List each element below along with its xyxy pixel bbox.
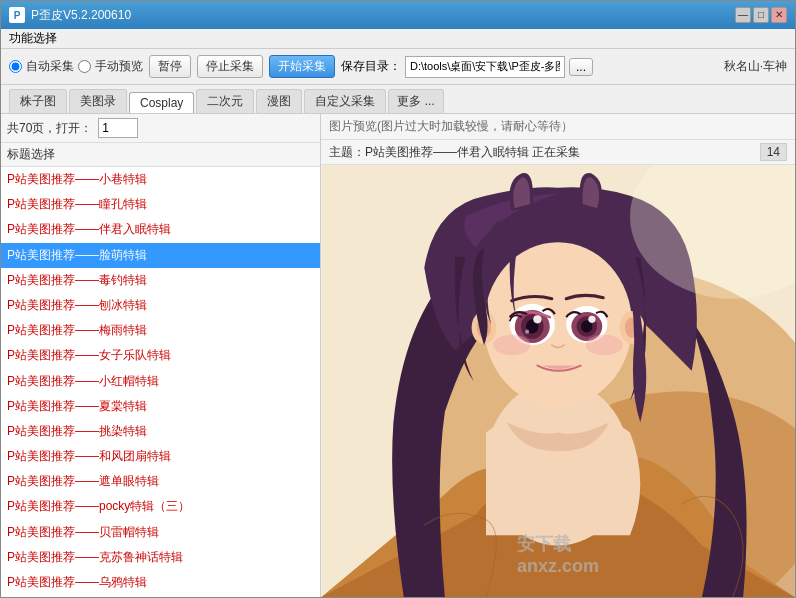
list-item[interactable]: P站美图推荐——遮单眼特辑 [1,469,320,494]
auto-capture-label: 自动采集 [26,58,74,75]
manual-preview-radio[interactable] [78,60,91,73]
main-window: P P歪皮V5.2.200610 — □ ✕ 功能选择 自动采集 手动预览 暂停… [0,0,796,598]
close-button[interactable]: ✕ [771,7,787,23]
svg-point-13 [533,315,541,323]
tab-erci[interactable]: 二次元 [196,89,254,113]
toolbar: 自动采集 手动预览 暂停 停止采集 开始采集 保存目录： ... 秋名山·车神 [1,49,795,85]
list-item[interactable]: P站美图推荐——克苏鲁神话特辑 [1,545,320,570]
app-icon: P [9,7,25,23]
list-item[interactable]: P站美图推荐——小巷特辑 [1,167,320,192]
window-title: P歪皮V5.2.200610 [31,7,131,24]
list-item[interactable]: P站美图推荐——瞳孔特辑 [1,192,320,217]
list-item[interactable]: P站美图推荐——伴君入眠特辑 [1,217,320,242]
save-dir-input[interactable] [405,56,565,78]
list-item[interactable]: P站美图推荐——梅雨特辑 [1,318,320,343]
svg-point-20 [493,335,530,356]
save-dir-group: 保存目录： ... [341,56,593,78]
list-container[interactable]: P站美图推荐——小巷特辑P站美图推荐——瞳孔特辑P站美图推荐——伴君入眠特辑P站… [1,167,320,597]
tab-bar: 株子图 美图录 Cosplay 二次元 漫图 自定义采集 更多 ... [1,85,795,114]
count-label: 共70页，打开： [7,120,92,137]
list-item[interactable]: P站美图推荐——毒钓特辑 [1,268,320,293]
save-dir-label: 保存目录： [341,58,401,75]
left-panel-toolbar: 共70页，打开： [1,114,320,143]
tag-select-bar: 标题选择 [1,143,320,167]
list-item[interactable]: P站美图推荐——小红帽特辑 [1,369,320,394]
subject-label: 主题：P站美图推荐——伴君入眠特辑 正在采集 [329,144,580,161]
svg-point-14 [525,330,529,334]
subject-count: 14 [760,143,787,161]
right-label: 秋名山·车神 [724,58,787,75]
start-capture-button[interactable]: 开始采集 [269,55,335,78]
minimize-button[interactable]: — [735,7,751,23]
tab-meitu[interactable]: 美图录 [69,89,127,113]
pause-button[interactable]: 暂停 [149,55,191,78]
window-controls: — □ ✕ [735,7,787,23]
stop-capture-button[interactable]: 停止采集 [197,55,263,78]
menu-label: 功能选择 [9,30,57,47]
tab-zhizi[interactable]: 株子图 [9,89,67,113]
list-item[interactable]: P站美图推荐——冰其林球特辑 [1,595,320,597]
list-item[interactable]: P站美图推荐——夏棠特辑 [1,394,320,419]
right-panel: 图片预览(图片过大时加载较慢，请耐心等待） 主题：P站美图推荐——伴君入眠特辑 … [321,114,795,597]
list-item[interactable]: P站美图推荐——刨冰特辑 [1,293,320,318]
list-item[interactable]: P站美图推荐——乌鸦特辑 [1,570,320,595]
list-item[interactable]: P站美图推荐——脸萌特辑 [1,243,320,268]
list-item[interactable]: P站美图推荐——挑染特辑 [1,419,320,444]
list-item[interactable]: P站美图推荐——和风团扇特辑 [1,444,320,469]
list-item[interactable]: P站美图推荐——女子乐队特辑 [1,343,320,368]
title-bar: P P歪皮V5.2.200610 — □ ✕ [1,1,795,29]
list-item[interactable]: P站美图推荐——贝雷帽特辑 [1,520,320,545]
preview-header: 图片预览(图片过大时加载较慢，请耐心等待） [321,114,795,140]
content-area: 共70页，打开： 标题选择 P站美图推荐——小巷特辑P站美图推荐——瞳孔特辑P站… [1,114,795,597]
save-dir-browse-button[interactable]: ... [569,58,593,76]
menu-bar: 功能选择 [1,29,795,49]
subject-bar: 主题：P站美图推荐——伴君入眠特辑 正在采集 14 [321,140,795,165]
manual-preview-label: 手动预览 [95,58,143,75]
open-count-input[interactable] [98,118,138,138]
preview-image [321,165,795,597]
tab-more[interactable]: 更多 ... [388,89,443,113]
svg-point-21 [586,335,623,356]
tab-cosplay[interactable]: Cosplay [129,92,194,113]
capture-mode-group: 自动采集 手动预览 [9,58,143,75]
auto-capture-radio[interactable] [9,60,22,73]
tag-select-label: 标题选择 [7,147,55,161]
svg-point-19 [588,316,595,323]
tab-manga[interactable]: 漫图 [256,89,302,113]
left-panel: 共70页，打开： 标题选择 P站美图推荐——小巷特辑P站美图推荐——瞳孔特辑P站… [1,114,321,597]
preview-area: 安下载anxz.com [321,165,795,597]
tab-custom[interactable]: 自定义采集 [304,89,386,113]
maximize-button[interactable]: □ [753,7,769,23]
list-item[interactable]: P站美图推荐——pocky特辑（三） [1,494,320,519]
svg-point-4 [484,242,632,407]
